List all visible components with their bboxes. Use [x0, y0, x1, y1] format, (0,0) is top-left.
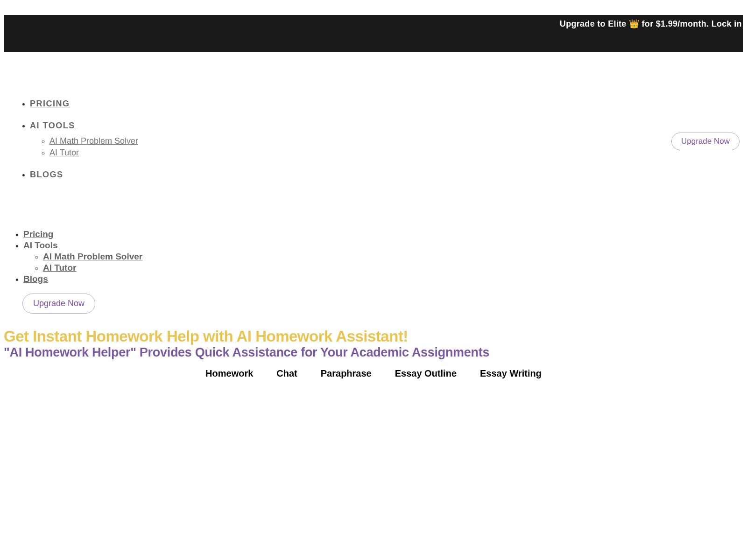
nav-list-lower: Pricing AI Tools AI Math Problem Solver … [4, 229, 747, 284]
ai-tools-sublist-lower: AI Math Problem Solver AI Tutor [23, 252, 747, 273]
ai-math-link[interactable]: AI Math Problem Solver [49, 136, 138, 146]
nav-item-blogs-lower: Blogs [23, 274, 747, 284]
tab-essay-outline[interactable]: Essay Outline [395, 368, 457, 379]
pricing-link[interactable]: PRICING [30, 99, 70, 108]
sub-item-ai-math-lower: AI Math Problem Solver [43, 252, 747, 262]
nav-item-pricing-lower: Pricing [23, 229, 747, 239]
tab-essay-writing[interactable]: Essay Writing [480, 368, 542, 379]
upgrade-now-button-lower[interactable]: Upgrade Now [22, 294, 95, 314]
promo-banner[interactable]: Upgrade to Elite 👑 for $1.99/month. Lock… [4, 15, 743, 52]
ai-tutor-link[interactable]: AI Tutor [49, 148, 79, 157]
tab-homework[interactable]: Homework [205, 368, 253, 379]
upgrade-now-button[interactable]: Upgrade Now [671, 133, 740, 150]
headline-section: Get Instant Homework Help with AI Homewo… [4, 328, 747, 360]
nav-item-pricing: PRICING [30, 99, 747, 109]
sub-item-ai-tutor-lower: AI Tutor [43, 263, 747, 273]
nav-item-blogs: BLOGS [30, 170, 747, 180]
ai-tools-link-lower[interactable]: AI Tools [23, 240, 58, 250]
headline-subtitle: "AI Homework Helper" Provides Quick Assi… [4, 345, 747, 360]
sub-item-ai-tutor: AI Tutor [49, 148, 747, 158]
ai-tutor-link-lower[interactable]: AI Tutor [43, 263, 76, 273]
nav-list-upper: PRICING AI TOOLS AI Math Problem Solver … [4, 99, 747, 180]
ai-tools-sublist: AI Math Problem Solver AI Tutor [30, 136, 747, 158]
sub-item-ai-math: AI Math Problem Solver [49, 136, 747, 146]
banner-text: Upgrade to Elite 👑 for $1.99/month. Lock… [560, 19, 743, 29]
ai-math-link-lower[interactable]: AI Math Problem Solver [43, 252, 142, 261]
ai-tools-link[interactable]: AI TOOLS [30, 121, 75, 130]
tab-chat[interactable]: Chat [276, 368, 297, 379]
nav-item-ai-tools-lower: AI Tools AI Math Problem Solver AI Tutor [23, 240, 747, 273]
nav-lower: Pricing AI Tools AI Math Problem Solver … [4, 229, 747, 314]
nav-upper: PRICING AI TOOLS AI Math Problem Solver … [4, 99, 747, 180]
tool-tabs: Homework Chat Paraphrase Essay Outline E… [0, 368, 747, 379]
headline-title: Get Instant Homework Help with AI Homewo… [4, 328, 747, 345]
nav-item-ai-tools: AI TOOLS AI Math Problem Solver AI Tutor [30, 121, 747, 158]
blogs-link-lower[interactable]: Blogs [23, 274, 48, 284]
blogs-link[interactable]: BLOGS [30, 170, 63, 179]
top-spacer [0, 0, 747, 15]
pricing-link-lower[interactable]: Pricing [23, 229, 53, 239]
tab-paraphrase[interactable]: Paraphrase [321, 368, 372, 379]
